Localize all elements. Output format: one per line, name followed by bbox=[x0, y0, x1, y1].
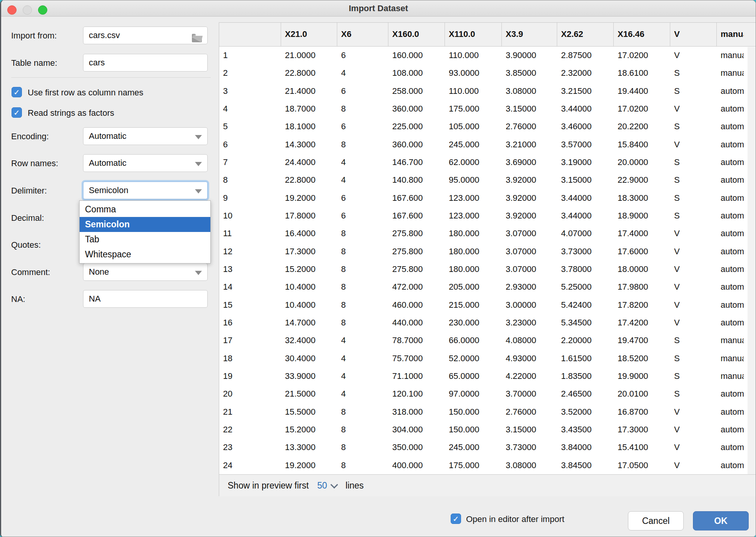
table-cell: 4.08000 bbox=[502, 332, 557, 349]
table-cell: automatic bbox=[717, 153, 744, 171]
chevron-down-icon[interactable] bbox=[330, 481, 338, 489]
table-row[interactable]: 1217.30008275.800180.0003.070003.7300017… bbox=[219, 243, 756, 260]
cancel-button[interactable]: Cancel bbox=[628, 511, 684, 530]
table-cell: 17.9800 bbox=[614, 278, 670, 296]
delimiter-select[interactable]: Semicolon bbox=[83, 182, 208, 199]
table-row[interactable]: 1830.4000475.700052.00004.930001.6150018… bbox=[219, 350, 756, 367]
row-names-select[interactable]: Automatic bbox=[83, 154, 208, 172]
table-row[interactable]: 1410.40008472.000205.0002.930005.2500017… bbox=[219, 278, 756, 296]
table-row[interactable]: 1315.20008275.800180.0003.070003.7800018… bbox=[219, 260, 756, 278]
table-cell: automatic bbox=[717, 457, 744, 474]
table-name-field[interactable]: cars bbox=[83, 54, 208, 72]
window-title: Import Dataset bbox=[1, 0, 756, 17]
delimiter-option-semicolon[interactable]: Semicolon bbox=[80, 217, 210, 232]
column-header[interactable]: X21.0 bbox=[281, 23, 337, 46]
comment-value: None bbox=[89, 267, 109, 277]
column-header[interactable]: X6 bbox=[337, 23, 388, 46]
row-number-cell: 4 bbox=[219, 100, 281, 118]
column-header[interactable] bbox=[219, 23, 281, 46]
table-row[interactable]: 2215.20008304.000150.0003.150003.4350017… bbox=[219, 421, 756, 439]
table-cell: 13.3000 bbox=[281, 439, 337, 456]
column-header[interactable]: X160.0 bbox=[388, 23, 445, 46]
table-row[interactable]: 1933.9000471.100065.00004.220001.8350019… bbox=[219, 367, 756, 385]
read-strings-checkbox[interactable]: ✓ bbox=[12, 107, 22, 118]
column-header[interactable]: X2.62 bbox=[557, 23, 614, 46]
open-in-editor-checkbox[interactable]: ✓ bbox=[451, 514, 461, 524]
table-row[interactable]: 1017.80006167.600123.0003.920003.4400018… bbox=[219, 207, 756, 225]
table-cell: 123.000 bbox=[445, 207, 502, 225]
table-cell: 71.1000 bbox=[388, 367, 445, 385]
table-row[interactable]: 321.40006258.000110.0003.080003.2150019.… bbox=[219, 82, 756, 100]
table-cell: 3.92000 bbox=[502, 207, 557, 225]
table-row[interactable]: 1614.70008440.000230.0003.230005.3450017… bbox=[219, 314, 756, 332]
comment-select[interactable]: None bbox=[83, 263, 208, 281]
table-cell: automatic bbox=[717, 243, 744, 260]
table-row[interactable]: 222.80004108.00093.00003.850002.3200018.… bbox=[219, 64, 756, 82]
folder-icon[interactable] bbox=[191, 31, 203, 44]
table-name-value: cars bbox=[89, 58, 105, 67]
row-number-cell: 11 bbox=[219, 225, 281, 242]
table-cell: 3.44000 bbox=[557, 189, 614, 207]
table-row[interactable]: 822.80004140.80095.00003.920003.1500022.… bbox=[219, 171, 756, 189]
na-field[interactable]: NA bbox=[83, 290, 208, 308]
table-cell: 17.4200 bbox=[614, 314, 670, 332]
table-cell: 4.22000 bbox=[502, 367, 557, 385]
table-cell: 460.000 bbox=[388, 296, 445, 314]
table-cell: 19.4400 bbox=[614, 82, 670, 100]
table-cell: 400.000 bbox=[388, 457, 445, 474]
table-cell: V bbox=[670, 421, 717, 439]
column-header[interactable]: X110.0 bbox=[445, 23, 502, 46]
table-cell: 8 bbox=[337, 100, 388, 118]
import-from-field[interactable]: cars.csv bbox=[83, 27, 208, 44]
table-row[interactable]: 919.20006167.600123.0003.920003.4400018.… bbox=[219, 189, 756, 207]
table-cell: V bbox=[670, 47, 717, 64]
dropdown-arrow-icon bbox=[195, 162, 202, 166]
table-cell: 18.3000 bbox=[614, 189, 670, 207]
delimiter-option-whitespace[interactable]: Whitespace bbox=[80, 247, 210, 262]
table-cell: 3.73000 bbox=[502, 439, 557, 456]
table-row[interactable]: 724.40004146.70062.00003.690003.1900020.… bbox=[219, 153, 756, 171]
table-cell: 6 bbox=[337, 82, 388, 100]
table-cell: 3.21000 bbox=[502, 136, 557, 153]
table-cell: S bbox=[670, 207, 717, 225]
column-header[interactable]: manual bbox=[717, 23, 744, 46]
table-cell: V bbox=[670, 278, 717, 296]
table-row[interactable]: 2021.50004120.10097.00003.700002.4650020… bbox=[219, 385, 756, 403]
table-cell: 66.0000 bbox=[445, 332, 502, 349]
dropdown-arrow-icon bbox=[195, 271, 202, 275]
table-cell: manual bbox=[717, 350, 744, 367]
table-cell: S bbox=[670, 171, 717, 189]
table-row[interactable]: 121.00006160.000110.0003.900002.8750017.… bbox=[219, 47, 756, 64]
use-first-row-label: Use first row as column names bbox=[28, 88, 143, 98]
table-row[interactable]: 2419.20008400.000175.0003.080003.8450017… bbox=[219, 457, 756, 474]
table-row[interactable]: 2313.30008350.000245.0003.730003.8400015… bbox=[219, 439, 756, 456]
table-cell: 318.000 bbox=[388, 403, 445, 421]
column-header[interactable]: X3.9 bbox=[502, 23, 557, 46]
delimiter-option-comma[interactable]: Comma bbox=[80, 202, 210, 217]
table-cell: 275.800 bbox=[388, 260, 445, 278]
table-row[interactable]: 518.10006225.000105.0002.760003.4600020.… bbox=[219, 118, 756, 135]
column-header[interactable]: X16.46 bbox=[614, 23, 670, 46]
table-cell: 175.000 bbox=[445, 100, 502, 118]
table-row[interactable]: 2115.50008318.000150.0002.760003.5200016… bbox=[219, 403, 756, 421]
table-cell: 30.4000 bbox=[281, 350, 337, 367]
table-cell: 16.8700 bbox=[614, 403, 670, 421]
table-row[interactable]: 1510.40008460.000215.0003.000005.4240017… bbox=[219, 296, 756, 314]
table-row[interactable]: 614.30008360.000245.0003.210003.5700015.… bbox=[219, 136, 756, 153]
table-row[interactable]: 418.70008360.000175.0003.150003.4400017.… bbox=[219, 100, 756, 118]
use-first-row-checkbox[interactable]: ✓ bbox=[12, 87, 22, 97]
table-row[interactable]: 1116.40008275.800180.0003.070004.0700017… bbox=[219, 225, 756, 242]
table-cell: 1.83500 bbox=[557, 367, 614, 385]
vertical-scrollbar-track[interactable] bbox=[748, 47, 756, 475]
preview-line-count-dropdown[interactable]: 50 bbox=[317, 480, 327, 491]
table-cell: 110.000 bbox=[445, 82, 502, 100]
delimiter-option-tab[interactable]: Tab bbox=[80, 232, 210, 247]
column-header[interactable]: V bbox=[670, 23, 717, 46]
table-row[interactable]: 1732.4000478.700066.00004.080002.2000019… bbox=[219, 332, 756, 349]
table-cell: 8 bbox=[337, 439, 388, 456]
encoding-select[interactable]: Automatic bbox=[83, 127, 208, 145]
table-cell: manual bbox=[717, 332, 744, 349]
table-cell: automatic bbox=[717, 385, 744, 403]
table-cell: V bbox=[670, 225, 717, 242]
ok-button[interactable]: OK bbox=[693, 511, 749, 530]
